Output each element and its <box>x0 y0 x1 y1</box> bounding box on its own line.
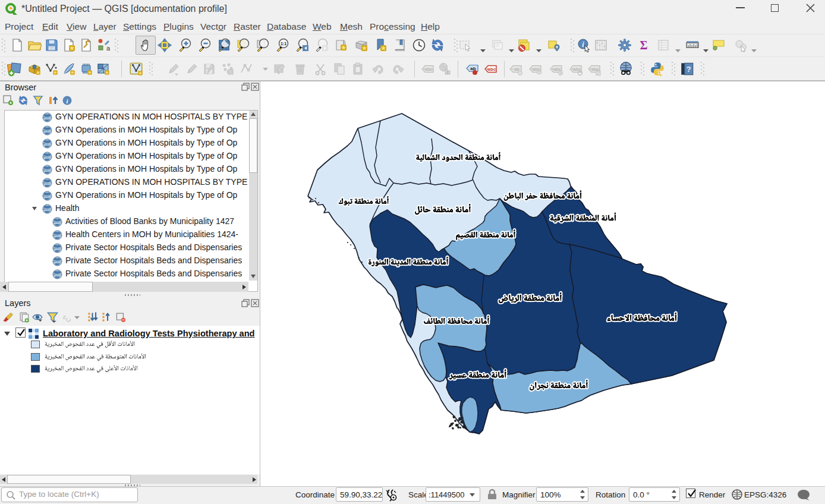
svg-text:Σ: Σ <box>640 39 647 52</box>
svg-text:1:1: 1:1 <box>281 42 286 46</box>
svg-text:abc: abc <box>488 67 496 72</box>
svg-text:abc: abc <box>425 67 433 72</box>
svg-text:a: a <box>106 45 111 52</box>
svg-text:?: ? <box>687 65 691 74</box>
svg-text:ε: ε <box>63 313 66 321</box>
svg-text:ab: ab <box>514 67 519 72</box>
